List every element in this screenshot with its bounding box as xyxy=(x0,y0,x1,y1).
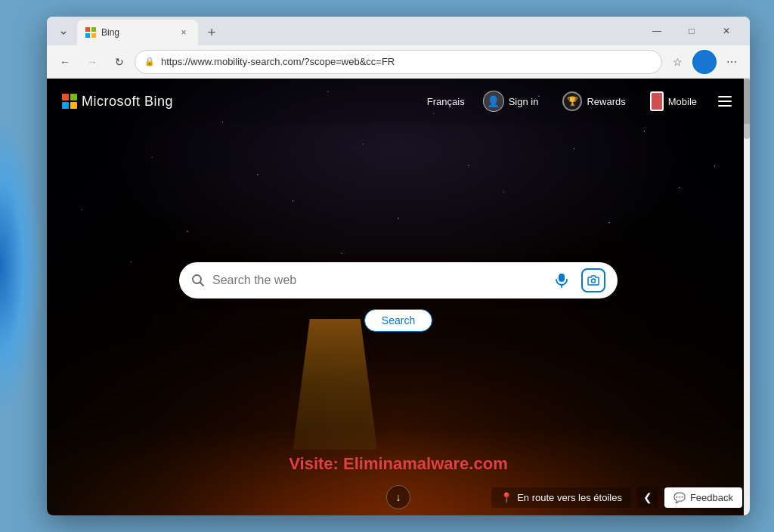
bottom-bar: ↓ 📍 En route vers les étoiles ❮ 💬 Feedba… xyxy=(47,479,750,515)
profile-icon: 👤 xyxy=(698,56,711,68)
tab-dropdown-button[interactable] xyxy=(53,22,74,43)
more-options-button[interactable]: ⋯ xyxy=(720,50,744,74)
scroll-down-button[interactable]: ↓ xyxy=(386,485,410,509)
signin-button[interactable]: 👤 Sign in xyxy=(477,88,545,115)
logo-blue-sq xyxy=(62,102,69,109)
svg-rect-0 xyxy=(85,27,90,32)
windows-swirl xyxy=(0,115,42,417)
browser-window: Bing × + — □ ✕ ← → xyxy=(47,17,750,515)
svg-rect-2 xyxy=(85,33,90,38)
search-box[interactable] xyxy=(179,262,618,298)
location-text: En route vers les étoiles xyxy=(517,492,622,503)
bing-logo[interactable]: Microsoft Bing xyxy=(62,94,173,110)
tab-close-button[interactable]: × xyxy=(177,26,190,39)
svg-rect-1 xyxy=(91,27,96,32)
tab-bar-left: Bing × + xyxy=(53,20,222,45)
more-icon: ⋯ xyxy=(726,56,737,68)
browser-content: Microsoft Bing Français 👤 Sign in 🏆 Rewa… xyxy=(47,79,750,515)
feedback-icon: 💬 xyxy=(673,492,686,503)
url-text: https://www.mobility-search.com/?scope=w… xyxy=(161,56,652,67)
hamburger-line-3 xyxy=(718,105,732,107)
bing-logo-grid xyxy=(62,94,77,109)
rewards-button[interactable]: 🏆 Rewards xyxy=(556,88,631,114)
address-bar[interactable]: 🔒 https://www.mobility-search.com/?scope… xyxy=(135,50,662,74)
back-button[interactable]: ← xyxy=(53,50,77,74)
logo-green-sq xyxy=(70,94,77,101)
refresh-button[interactable]: ↻ xyxy=(107,50,132,74)
svg-point-8 xyxy=(592,279,596,283)
tab-favicon xyxy=(85,26,97,39)
window-controls: — □ ✕ xyxy=(639,20,744,45)
location-pin-icon: 📍 xyxy=(500,492,512,503)
signin-profile-icon: 👤 xyxy=(483,91,504,112)
maximize-button[interactable]: □ xyxy=(674,20,709,42)
nav-bar: ← → ↻ 🔒 https://www.mobility-search.com/… xyxy=(47,45,750,79)
new-tab-button[interactable]: + xyxy=(201,22,222,43)
hamburger-line-1 xyxy=(718,96,732,97)
mobile-button[interactable]: Mobile xyxy=(644,88,703,114)
language-link[interactable]: Français xyxy=(427,96,465,107)
lock-icon: 🔒 xyxy=(144,57,155,66)
feedback-button[interactable]: 💬 Feedback xyxy=(664,487,742,508)
rewards-icon: 🏆 xyxy=(562,91,582,111)
favorites-icon: ☆ xyxy=(673,56,683,68)
bing-nav-right: Français 👤 Sign in 🏆 Rewards Mobile xyxy=(427,88,735,115)
bing-logo-text: Microsoft Bing xyxy=(82,94,173,110)
visual-search-button[interactable] xyxy=(581,268,605,292)
favorites-button[interactable]: ☆ xyxy=(665,50,689,74)
search-area: Search xyxy=(172,262,625,332)
person-icon: 👤 xyxy=(487,95,500,107)
signin-label: Sign in xyxy=(509,96,539,107)
search-button[interactable]: Search xyxy=(364,309,432,332)
active-tab[interactable]: Bing × xyxy=(77,20,198,45)
minimize-button[interactable]: — xyxy=(639,20,674,42)
tab-title: Bing xyxy=(101,27,119,38)
feedback-label: Feedback xyxy=(690,492,733,503)
mobile-label: Mobile xyxy=(668,96,697,107)
prev-image-button[interactable]: ❮ xyxy=(637,487,658,508)
tab-bar: Bing × + — □ ✕ xyxy=(47,17,750,45)
search-input[interactable] xyxy=(212,274,542,287)
profile-button[interactable]: 👤 xyxy=(692,50,717,74)
svg-rect-3 xyxy=(91,33,96,38)
svg-line-5 xyxy=(200,283,204,286)
chevron-left-icon: ❮ xyxy=(643,491,652,503)
close-button[interactable]: ✕ xyxy=(709,20,744,42)
hamburger-menu-button[interactable] xyxy=(715,93,735,110)
search-icon xyxy=(191,274,205,287)
forward-button[interactable]: → xyxy=(80,50,104,74)
logo-red-sq xyxy=(62,94,69,101)
mobile-phone-icon xyxy=(650,91,664,111)
logo-yellow-sq xyxy=(70,102,77,109)
location-info: 📍 En route vers les étoiles xyxy=(491,487,631,508)
scrollbar-track xyxy=(744,79,750,515)
svg-rect-6 xyxy=(559,274,565,282)
chevron-down-icon: ↓ xyxy=(396,491,401,503)
rewards-label: Rewards xyxy=(587,96,625,107)
bing-navbar: Microsoft Bing Français 👤 Sign in 🏆 Rewa… xyxy=(47,79,750,124)
microphone-button[interactable] xyxy=(550,268,574,292)
hamburger-line-2 xyxy=(718,101,732,102)
